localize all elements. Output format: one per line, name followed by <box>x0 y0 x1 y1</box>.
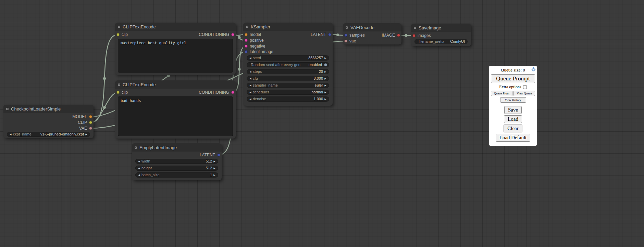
input-label-clip: clip <box>122 90 128 95</box>
widget-right-arrow-icon[interactable]: ▶ <box>213 159 216 164</box>
node-collapse-dot-icon[interactable] <box>6 108 9 110</box>
queue-prompt-button[interactable]: Queue Prompt <box>491 74 535 83</box>
output-label-image: IMAGE <box>382 32 395 38</box>
widget-left-arrow-icon[interactable]: ◀ <box>249 90 252 94</box>
output-port-clip[interactable] <box>89 121 92 124</box>
input-port-latent-image[interactable] <box>245 50 248 53</box>
settings-gear-icon[interactable] <box>531 67 536 72</box>
node-clip-text-encode-negative[interactable]: CLIPTextEncode clip CONDITIONING bad han… <box>115 80 236 139</box>
input-label-clip: clip <box>122 32 128 37</box>
output-label-latent: LATENT <box>200 152 215 158</box>
widget-left-arrow-icon[interactable]: ◀ <box>249 97 252 101</box>
widget-left-arrow-icon[interactable]: ◀ <box>137 166 141 170</box>
output-port-vae[interactable] <box>89 127 92 130</box>
node-collapse-dot-icon[interactable] <box>118 83 120 86</box>
widget-right-arrow-icon[interactable]: ▶ <box>213 166 216 170</box>
output-port-conditioning[interactable] <box>231 91 234 94</box>
input-label-positive: positive <box>250 38 264 43</box>
widget-label: batch_size <box>141 173 160 177</box>
node-collapse-dot-icon[interactable] <box>135 146 137 149</box>
input-label-images: images <box>418 33 431 38</box>
widget-steps[interactable]: ◀ steps 20 ▶ <box>247 69 329 74</box>
input-port-images[interactable] <box>412 34 416 37</box>
load-default-button[interactable]: Load Default <box>496 134 531 142</box>
widget-left-arrow-icon[interactable]: ◀ <box>137 159 141 164</box>
widget-ckpt-name[interactable]: ◀ ckpt_name v1-5-pruned-emaonly.ckpt ▶ <box>7 132 90 137</box>
widget-value: 1.000 <box>313 97 323 101</box>
widget-seed-control-toggle[interactable]: Random seed after every gen enabled <box>247 62 329 67</box>
widget-label: cfg <box>253 76 258 81</box>
view-history-button[interactable]: View History <box>500 97 526 103</box>
node-title-bar[interactable]: CLIPTextEncode <box>115 80 236 89</box>
output-port-latent[interactable] <box>328 33 331 36</box>
widget-right-arrow-icon[interactable]: ▶ <box>213 173 216 177</box>
output-port-image[interactable] <box>397 34 400 37</box>
input-port-positive[interactable] <box>245 39 248 42</box>
widget-denoise[interactable]: ◀ denoise 1.000 ▶ <box>247 96 329 102</box>
widget-height[interactable]: ◀ height 512 ▶ <box>135 166 218 171</box>
node-title-bar[interactable]: EmptyLatentImage <box>132 143 222 152</box>
node-ksampler[interactable]: KSampler model LATENT positive negative … <box>243 23 333 106</box>
node-checkpoint-loader-simple[interactable]: CheckpointLoaderSimple MODEL CLIP VAE ◀ … <box>3 105 94 138</box>
widget-left-arrow-icon[interactable]: ◀ <box>249 83 252 88</box>
clear-button[interactable]: Clear <box>504 125 522 132</box>
node-title-bar[interactable]: KSampler <box>243 23 333 31</box>
output-port-model[interactable] <box>89 115 92 118</box>
node-collapse-dot-icon[interactable] <box>414 27 416 29</box>
widget-seed[interactable]: ◀ seed 8566257 ▶ <box>247 55 329 61</box>
node-save-image[interactable]: SaveImage images filename_prefix ComfyUI <box>411 24 471 46</box>
node-title-bar[interactable]: SaveImage <box>411 24 471 32</box>
extra-options-checkbox[interactable] <box>523 85 527 89</box>
node-title-bar[interactable]: CheckpointLoaderSimple <box>3 105 94 113</box>
widget-right-arrow-icon[interactable]: ▶ <box>324 56 327 60</box>
widget-width[interactable]: ◀ width 512 ▶ <box>135 159 218 164</box>
negative-prompt-textarea[interactable]: bad hands <box>118 96 233 136</box>
toggle-indicator-icon[interactable] <box>324 63 327 66</box>
graph-canvas[interactable]: CheckpointLoaderSimple MODEL CLIP VAE ◀ … <box>0 0 644 247</box>
widget-value: 512 <box>206 166 212 170</box>
widget-left-arrow-icon[interactable]: ◀ <box>137 173 141 177</box>
widget-left-arrow-icon[interactable]: ◀ <box>9 132 12 136</box>
input-port-samples[interactable] <box>344 34 347 37</box>
widget-batch-size[interactable]: ◀ batch_size 1 ▶ <box>135 172 218 178</box>
widget-right-arrow-icon[interactable]: ▶ <box>324 90 327 94</box>
widget-right-arrow-icon[interactable]: ▶ <box>85 132 88 136</box>
widget-label: Random seed after every gen <box>251 63 300 67</box>
save-button[interactable]: Save <box>504 106 522 114</box>
queue-front-button[interactable]: Queue Front <box>491 91 512 96</box>
input-port-negative[interactable] <box>245 45 248 48</box>
output-port-conditioning[interactable] <box>231 33 234 36</box>
input-port-model[interactable] <box>245 33 248 36</box>
node-vae-decode[interactable]: VAEDecode samples IMAGE vae <box>343 23 401 44</box>
node-title-bar[interactable]: VAEDecode <box>343 23 401 31</box>
node-collapse-dot-icon[interactable] <box>346 26 348 29</box>
input-label-model: model <box>250 32 261 37</box>
widget-right-arrow-icon[interactable]: ▶ <box>324 97 327 101</box>
queue-size-label: Queue size: 0 <box>501 67 525 73</box>
node-title-bar[interactable]: CLIPTextEncode <box>115 23 236 31</box>
node-clip-text-encode-positive[interactable]: CLIPTextEncode clip CONDITIONING masterp… <box>115 23 236 75</box>
load-button[interactable]: Load <box>504 115 522 123</box>
positive-prompt-textarea[interactable]: masterpiece best quality girl <box>118 39 233 73</box>
widget-cfg[interactable]: ◀ cfg 8.000 ▶ <box>247 76 329 81</box>
node-empty-latent-image[interactable]: EmptyLatentImage LATENT ◀ width 512 ▶ ◀ … <box>132 143 222 180</box>
output-port-latent[interactable] <box>217 154 220 157</box>
widget-left-arrow-icon[interactable]: ◀ <box>249 69 252 74</box>
widget-right-arrow-icon[interactable]: ▶ <box>324 83 327 88</box>
node-collapse-dot-icon[interactable] <box>246 26 248 28</box>
widget-right-arrow-icon[interactable]: ▶ <box>324 76 327 81</box>
widget-sampler-name[interactable]: ◀ sampler_name euler ▶ <box>247 83 329 88</box>
widget-value: 8566257 <box>308 56 323 60</box>
node-collapse-dot-icon[interactable] <box>118 26 120 28</box>
input-port-clip[interactable] <box>116 33 120 36</box>
view-queue-button[interactable]: View Queue <box>513 91 535 96</box>
input-port-vae[interactable] <box>344 40 347 43</box>
widget-label: seed <box>253 56 261 60</box>
widget-right-arrow-icon[interactable]: ▶ <box>324 69 327 74</box>
widget-left-arrow-icon[interactable]: ◀ <box>249 76 252 81</box>
input-label-vae: vae <box>349 38 356 44</box>
input-port-clip[interactable] <box>116 91 120 94</box>
widget-filename-prefix[interactable]: filename_prefix ComfyUI <box>414 39 468 44</box>
widget-scheduler[interactable]: ◀ scheduler normal ▶ <box>247 90 329 95</box>
widget-left-arrow-icon[interactable]: ◀ <box>249 56 252 60</box>
